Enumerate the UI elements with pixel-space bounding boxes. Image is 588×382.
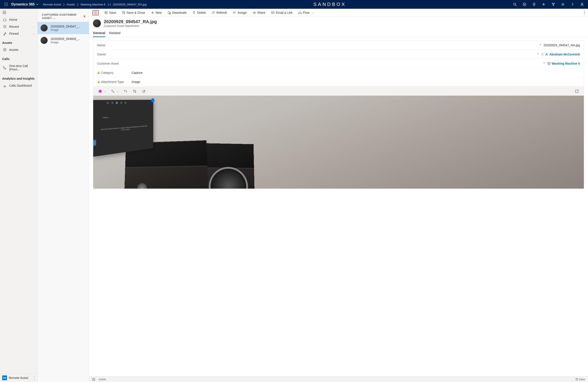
nav-section-analytics: Analytics and Insights <box>0 73 37 82</box>
more-button[interactable] <box>582 11 587 14</box>
field-label: Owner <box>97 53 106 56</box>
plus-icon[interactable] <box>542 2 546 6</box>
breadcrumb-item[interactable]: 20200929_094547_RA.jpg <box>113 3 147 6</box>
nav-label: Recent <box>9 25 19 28</box>
color-picker-button[interactable] <box>98 89 102 93</box>
nav-assets[interactable]: Assets <box>0 46 37 53</box>
pin-icon <box>3 32 7 35</box>
nav-pinned[interactable]: Pinned ⌄ <box>0 30 37 37</box>
chart-icon <box>3 84 7 87</box>
field-owner[interactable]: Owner * Abraham McCormick <box>93 50 584 59</box>
person-icon <box>545 53 548 56</box>
app-badge: RA <box>2 375 7 380</box>
assign-button[interactable]: Assign <box>230 9 249 16</box>
svg-rect-28 <box>576 90 578 93</box>
email-icon <box>271 11 274 14</box>
save-button[interactable]: Save <box>102 9 119 16</box>
gear-icon[interactable] <box>561 2 565 6</box>
field-value[interactable]: Washing Machine 6 <box>552 62 580 65</box>
email-link-button[interactable]: Email a Link <box>269 9 295 16</box>
cube-icon <box>547 62 550 65</box>
refresh-button[interactable]: Refresh <box>209 9 230 16</box>
image-preview[interactable]: SAMSUNG SAMSUNG Hvac 2 Use the buttons a… <box>93 96 584 189</box>
list-thumb-icon <box>41 24 48 31</box>
chevron-down-icon: ⌄ <box>33 25 34 28</box>
cmd-label: Email a Link <box>276 11 293 14</box>
record-subtitle: Customer Asset Attachment <box>104 24 157 27</box>
nav-calls-dashboard[interactable]: Calls Dashboard <box>0 82 37 89</box>
app-launcher-icon[interactable] <box>2 3 10 6</box>
chevron-down-icon[interactable]: ⌄ <box>117 90 119 92</box>
tab-general[interactable]: General <box>93 30 105 37</box>
deactivate-button[interactable]: Deactivate <box>165 9 189 16</box>
field-value: Image <box>132 80 140 84</box>
chevron-down-icon: ⌄ <box>312 11 314 14</box>
svg-point-8 <box>7 5 8 6</box>
cmd-label: Save & Close <box>126 11 145 14</box>
record-thumb-icon <box>93 20 101 27</box>
brand-chevron-icon[interactable] <box>36 3 39 6</box>
field-value[interactable]: Abraham McCormick <box>549 53 580 56</box>
app-switcher[interactable]: RA Remote Assist ⌃⌄ <box>0 374 37 382</box>
chevron-down-icon[interactable]: ⌄ <box>104 90 106 92</box>
nav-label: Pinned <box>9 32 19 35</box>
help-icon[interactable] <box>570 2 574 6</box>
nav-home[interactable]: Home <box>0 16 37 23</box>
field-label: Name <box>97 43 105 47</box>
svg-point-20 <box>299 13 299 14</box>
new-button[interactable]: New <box>148 9 164 16</box>
required-icon: * <box>537 53 538 56</box>
list-item-sub: Image <box>51 41 80 44</box>
field-name[interactable]: Name * 20200929_094547_RA.jpg <box>93 41 584 50</box>
undo-button[interactable] <box>123 89 128 93</box>
svg-point-24 <box>584 14 585 14</box>
search-icon[interactable] <box>513 2 517 6</box>
delete-button[interactable]: Delete <box>190 9 209 16</box>
expand-button[interactable] <box>575 89 579 93</box>
top-nav: Dynamics 365 Remote Assist ❯ Assets ❯ Wa… <box>0 0 588 9</box>
task-icon[interactable] <box>523 2 526 6</box>
cmd-label: Save <box>109 11 116 14</box>
cmd-label: New <box>156 11 162 14</box>
svg-point-5 <box>7 4 8 5</box>
svg-point-6 <box>5 5 5 6</box>
pin-badge-icon <box>151 98 154 102</box>
phone-icon <box>3 66 7 69</box>
share-button[interactable]: Share <box>250 9 268 16</box>
nav-label: One-time Call (Previ... <box>9 64 34 71</box>
save-close-button[interactable]: Save & Close <box>119 9 148 16</box>
breadcrumb-item[interactable]: Washing Machine 6 <box>81 3 105 6</box>
svg-point-12 <box>572 5 572 5</box>
list-item[interactable]: 20200929_094609_... Image <box>38 34 89 47</box>
list-item[interactable]: 20200929_094547_... Image <box>38 22 89 34</box>
close-icon[interactable]: ✕ <box>83 15 86 18</box>
marker-button[interactable] <box>111 89 115 93</box>
user-icon[interactable] <box>580 2 584 6</box>
status-expand-icon[interactable] <box>92 378 95 381</box>
back-button[interactable] <box>90 9 101 16</box>
filter-icon[interactable] <box>551 2 555 6</box>
statusbar-save-button[interactable]: Save <box>576 378 585 381</box>
hololens-panel: Hvac 2 Use the buttons above to capture … <box>93 100 153 157</box>
updown-icon: ⌃⌄ <box>33 376 35 379</box>
field-label: Category <box>101 71 113 74</box>
tab-related[interactable]: Related <box>109 30 121 37</box>
flow-button[interactable]: Flow ⌄ <box>295 9 316 16</box>
list-panel: CAPTURED CUSTOMER ASSET ... ✕ 20200929_0… <box>38 9 89 382</box>
crop-button[interactable] <box>132 89 137 93</box>
top-nav-actions <box>513 2 586 6</box>
field-customer-asset[interactable]: Customer Asset * Washing Machine 6 <box>93 59 584 68</box>
svg-point-18 <box>233 12 234 12</box>
brand-label[interactable]: Dynamics 365 <box>11 2 35 6</box>
cmd-label: Share <box>257 11 265 14</box>
site-nav: Home Recent ⌄ Pinned ⌄ Assets Assets Cal… <box>0 9 38 382</box>
hamburger-icon[interactable] <box>0 9 37 16</box>
breadcrumb-item[interactable]: Assets <box>66 3 75 6</box>
rotate-button[interactable] <box>142 89 146 93</box>
svg-point-7 <box>6 5 7 6</box>
breadcrumb-item[interactable]: Remote Assist <box>43 3 61 6</box>
nav-recent[interactable]: Recent ⌄ <box>0 23 37 30</box>
nav-onetime-call[interactable]: One-time Call (Previ... <box>0 63 37 73</box>
svg-point-9 <box>514 3 516 5</box>
lightbulb-icon[interactable] <box>532 2 536 6</box>
